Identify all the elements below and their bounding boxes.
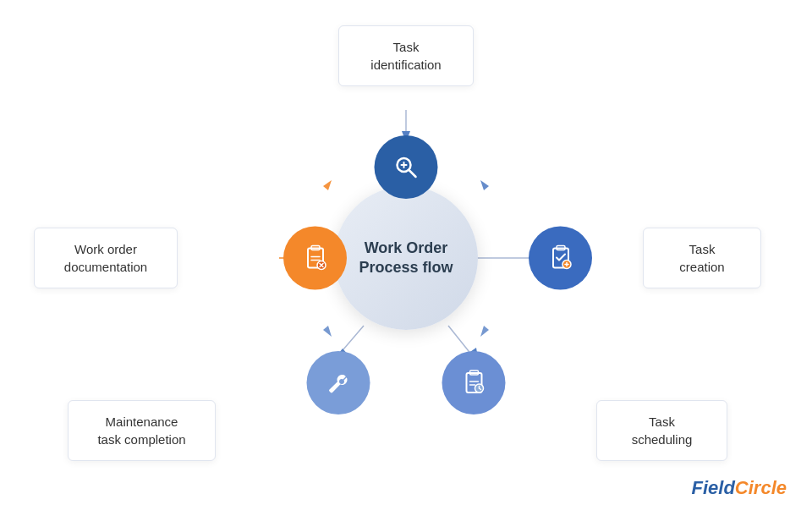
svg-marker-12: [323, 326, 332, 337]
center-circle: Work Order Process flow: [334, 186, 478, 330]
satellite-maintenance: [307, 351, 370, 414]
center-line2: Process flow: [359, 259, 453, 276]
center-label: Work Order Process flow: [359, 239, 453, 278]
satellite-work-order: [283, 227, 347, 290]
svg-marker-13: [480, 326, 489, 337]
wrench-icon: [323, 368, 354, 398]
satellite-task-creation: [529, 227, 592, 290]
search-icon: [391, 152, 421, 183]
label-task-creation: Taskcreation: [643, 228, 761, 288]
fieldcircle-logo: FieldCircle: [692, 477, 787, 499]
label-work-order-text: Work orderdocumentation: [64, 242, 147, 274]
label-work-order: Work orderdocumentation: [34, 228, 178, 288]
label-maintenance: Maintenancetask completion: [68, 400, 216, 461]
svg-line-15: [409, 170, 415, 177]
label-task-identification: Taskidentification: [338, 25, 474, 86]
label-task-creation-text: Taskcreation: [679, 242, 724, 274]
label-maintenance-text: Maintenancetask completion: [97, 414, 185, 447]
diagram-container: Work Order Process flow Taskidentificati…: [0, 0, 812, 516]
clipboard-clock-icon: [458, 368, 489, 398]
svg-marker-10: [323, 180, 332, 190]
label-task-scheduling-text: Taskscheduling: [632, 414, 693, 447]
svg-marker-11: [480, 180, 489, 190]
clipboard-x-icon: [300, 243, 331, 273]
satellite-task-identification: [375, 135, 438, 199]
label-task-scheduling: Taskscheduling: [596, 400, 727, 461]
satellite-task-scheduling: [442, 351, 506, 414]
label-task-identification-text: Taskidentification: [370, 40, 441, 72]
center-line1: Work Order: [365, 239, 448, 256]
clipboard-check-icon: [546, 243, 576, 273]
logo-circle-text: Circle: [735, 477, 787, 498]
logo-field-text: Field: [692, 477, 735, 498]
